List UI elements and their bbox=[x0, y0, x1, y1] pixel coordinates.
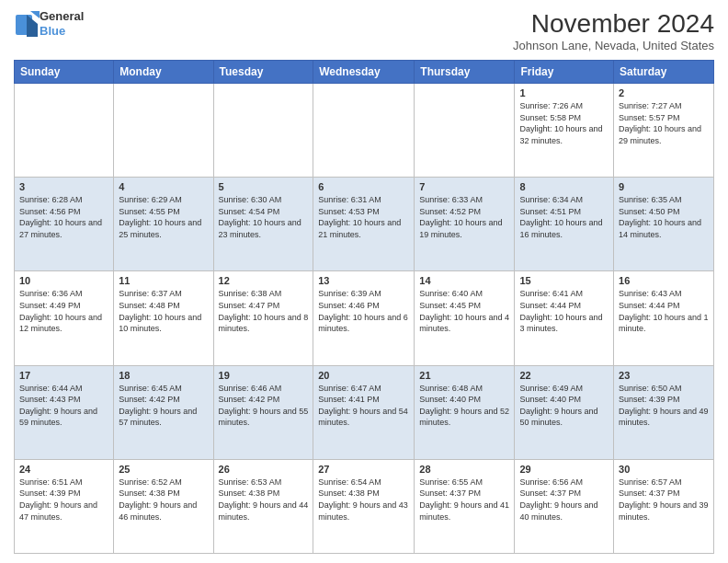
calendar-cell: 18Sunrise: 6:45 AM Sunset: 4:42 PM Dayli… bbox=[114, 365, 213, 459]
calendar-cell bbox=[313, 84, 415, 178]
calendar-cell: 15Sunrise: 6:41 AM Sunset: 4:44 PM Dayli… bbox=[515, 271, 614, 365]
header: General Blue November 2024 Johnson Lane,… bbox=[14, 9, 714, 52]
calendar-cell bbox=[415, 84, 515, 178]
calendar-cell: 7Sunrise: 6:33 AM Sunset: 4:52 PM Daylig… bbox=[415, 178, 515, 271]
day-info: Sunrise: 6:53 AM Sunset: 4:38 PM Dayligh… bbox=[219, 477, 309, 523]
day-number: 2 bbox=[619, 87, 709, 98]
calendar-cell: 22Sunrise: 6:49 AM Sunset: 4:40 PM Dayli… bbox=[515, 365, 614, 459]
calendar-cell: 23Sunrise: 6:50 AM Sunset: 4:39 PM Dayli… bbox=[614, 365, 714, 459]
day-info: Sunrise: 6:49 AM Sunset: 4:40 PM Dayligh… bbox=[519, 383, 609, 429]
day-info: Sunrise: 6:29 AM Sunset: 4:55 PM Dayligh… bbox=[119, 194, 208, 240]
day-info: Sunrise: 6:48 AM Sunset: 4:40 PM Dayligh… bbox=[419, 383, 509, 429]
day-number: 12 bbox=[219, 275, 309, 286]
day-info: Sunrise: 6:38 AM Sunset: 4:47 PM Dayligh… bbox=[219, 288, 309, 334]
day-number: 9 bbox=[619, 181, 709, 192]
calendar-cell: 24Sunrise: 6:51 AM Sunset: 4:39 PM Dayli… bbox=[15, 459, 114, 553]
day-number: 28 bbox=[419, 464, 509, 475]
day-info: Sunrise: 6:56 AM Sunset: 4:37 PM Dayligh… bbox=[519, 477, 609, 523]
calendar-cell: 3Sunrise: 6:28 AM Sunset: 4:56 PM Daylig… bbox=[15, 178, 114, 271]
calendar-cell: 25Sunrise: 6:52 AM Sunset: 4:38 PM Dayli… bbox=[114, 459, 213, 553]
calendar-cell: 8Sunrise: 6:34 AM Sunset: 4:51 PM Daylig… bbox=[515, 178, 614, 271]
day-number: 30 bbox=[619, 464, 709, 475]
calendar-cell: 9Sunrise: 6:35 AM Sunset: 4:50 PM Daylig… bbox=[614, 178, 714, 271]
day-number: 25 bbox=[119, 464, 208, 475]
calendar-table: Sunday Monday Tuesday Wednesday Thursday… bbox=[14, 60, 714, 554]
day-number: 10 bbox=[19, 275, 108, 286]
calendar-cell: 11Sunrise: 6:37 AM Sunset: 4:48 PM Dayli… bbox=[114, 271, 213, 365]
day-info: Sunrise: 6:36 AM Sunset: 4:49 PM Dayligh… bbox=[19, 288, 108, 334]
page: General Blue November 2024 Johnson Lane,… bbox=[0, 0, 728, 563]
col-friday: Friday bbox=[515, 61, 614, 84]
day-info: Sunrise: 6:30 AM Sunset: 4:54 PM Dayligh… bbox=[219, 194, 309, 240]
day-number: 26 bbox=[219, 464, 309, 475]
day-number: 20 bbox=[318, 370, 409, 381]
calendar-cell: 12Sunrise: 6:38 AM Sunset: 4:47 PM Dayli… bbox=[213, 271, 313, 365]
day-info: Sunrise: 6:43 AM Sunset: 4:44 PM Dayligh… bbox=[619, 288, 709, 334]
calendar-week-1: 1Sunrise: 7:26 AM Sunset: 5:58 PM Daylig… bbox=[15, 84, 714, 178]
day-number: 29 bbox=[519, 464, 609, 475]
calendar-week-4: 17Sunrise: 6:44 AM Sunset: 4:43 PM Dayli… bbox=[15, 365, 714, 459]
logo-text: General Blue bbox=[40, 9, 84, 38]
title-area: November 2024 Johnson Lane, Nevada, Unit… bbox=[513, 9, 714, 52]
day-info: Sunrise: 6:51 AM Sunset: 4:39 PM Dayligh… bbox=[19, 477, 108, 523]
logo: General Blue bbox=[14, 9, 84, 38]
calendar-cell: 28Sunrise: 6:55 AM Sunset: 4:37 PM Dayli… bbox=[415, 459, 515, 553]
day-info: Sunrise: 6:35 AM Sunset: 4:50 PM Dayligh… bbox=[619, 194, 709, 240]
day-number: 15 bbox=[519, 275, 609, 286]
calendar-cell bbox=[15, 84, 114, 178]
day-number: 27 bbox=[318, 464, 409, 475]
calendar-week-3: 10Sunrise: 6:36 AM Sunset: 4:49 PM Dayli… bbox=[15, 271, 714, 365]
day-info: Sunrise: 6:34 AM Sunset: 4:51 PM Dayligh… bbox=[519, 194, 609, 240]
day-info: Sunrise: 6:39 AM Sunset: 4:46 PM Dayligh… bbox=[318, 288, 409, 334]
day-info: Sunrise: 6:55 AM Sunset: 4:37 PM Dayligh… bbox=[419, 477, 509, 523]
day-number: 11 bbox=[119, 275, 208, 286]
calendar-cell: 19Sunrise: 6:46 AM Sunset: 4:42 PM Dayli… bbox=[213, 365, 313, 459]
calendar-cell: 13Sunrise: 6:39 AM Sunset: 4:46 PM Dayli… bbox=[313, 271, 415, 365]
day-info: Sunrise: 6:50 AM Sunset: 4:39 PM Dayligh… bbox=[619, 383, 709, 429]
calendar-cell: 14Sunrise: 6:40 AM Sunset: 4:45 PM Dayli… bbox=[415, 271, 515, 365]
calendar-cell: 26Sunrise: 6:53 AM Sunset: 4:38 PM Dayli… bbox=[213, 459, 313, 553]
calendar-cell: 10Sunrise: 6:36 AM Sunset: 4:49 PM Dayli… bbox=[15, 271, 114, 365]
day-number: 24 bbox=[19, 464, 108, 475]
day-info: Sunrise: 6:40 AM Sunset: 4:45 PM Dayligh… bbox=[419, 288, 509, 334]
calendar-cell bbox=[213, 84, 313, 178]
calendar-cell: 30Sunrise: 6:57 AM Sunset: 4:37 PM Dayli… bbox=[614, 459, 714, 553]
calendar-cell: 5Sunrise: 6:30 AM Sunset: 4:54 PM Daylig… bbox=[213, 178, 313, 271]
calendar-cell: 21Sunrise: 6:48 AM Sunset: 4:40 PM Dayli… bbox=[415, 365, 515, 459]
calendar: Sunday Monday Tuesday Wednesday Thursday… bbox=[14, 60, 714, 554]
day-number: 7 bbox=[419, 181, 509, 192]
day-info: Sunrise: 6:45 AM Sunset: 4:42 PM Dayligh… bbox=[119, 383, 208, 429]
day-info: Sunrise: 7:26 AM Sunset: 5:58 PM Dayligh… bbox=[519, 100, 609, 146]
day-info: Sunrise: 7:27 AM Sunset: 5:57 PM Dayligh… bbox=[619, 100, 709, 146]
col-monday: Monday bbox=[114, 61, 213, 84]
day-number: 21 bbox=[419, 370, 509, 381]
day-info: Sunrise: 6:52 AM Sunset: 4:38 PM Dayligh… bbox=[119, 477, 208, 523]
col-sunday: Sunday bbox=[15, 61, 114, 84]
day-number: 5 bbox=[219, 181, 309, 192]
day-number: 22 bbox=[519, 370, 609, 381]
day-info: Sunrise: 6:28 AM Sunset: 4:56 PM Dayligh… bbox=[19, 194, 108, 240]
month-title: November 2024 bbox=[513, 9, 714, 39]
calendar-week-2: 3Sunrise: 6:28 AM Sunset: 4:56 PM Daylig… bbox=[15, 178, 714, 271]
calendar-cell: 1Sunrise: 7:26 AM Sunset: 5:58 PM Daylig… bbox=[515, 84, 614, 178]
day-info: Sunrise: 6:41 AM Sunset: 4:44 PM Dayligh… bbox=[519, 288, 609, 334]
col-thursday: Thursday bbox=[415, 61, 515, 84]
day-info: Sunrise: 6:44 AM Sunset: 4:43 PM Dayligh… bbox=[19, 383, 108, 429]
day-number: 14 bbox=[419, 275, 509, 286]
col-saturday: Saturday bbox=[614, 61, 714, 84]
calendar-cell: 2Sunrise: 7:27 AM Sunset: 5:57 PM Daylig… bbox=[614, 84, 714, 178]
day-info: Sunrise: 6:33 AM Sunset: 4:52 PM Dayligh… bbox=[419, 194, 509, 240]
calendar-cell: 4Sunrise: 6:29 AM Sunset: 4:55 PM Daylig… bbox=[114, 178, 213, 271]
day-number: 6 bbox=[318, 181, 409, 192]
day-info: Sunrise: 6:57 AM Sunset: 4:37 PM Dayligh… bbox=[619, 477, 709, 523]
day-number: 23 bbox=[619, 370, 709, 381]
day-number: 1 bbox=[519, 87, 609, 98]
day-info: Sunrise: 6:47 AM Sunset: 4:41 PM Dayligh… bbox=[318, 383, 409, 429]
calendar-week-5: 24Sunrise: 6:51 AM Sunset: 4:39 PM Dayli… bbox=[15, 459, 714, 553]
logo-blue: Blue bbox=[40, 24, 84, 39]
header-row: Sunday Monday Tuesday Wednesday Thursday… bbox=[15, 61, 714, 84]
calendar-cell: 20Sunrise: 6:47 AM Sunset: 4:41 PM Dayli… bbox=[313, 365, 415, 459]
day-info: Sunrise: 6:46 AM Sunset: 4:42 PM Dayligh… bbox=[219, 383, 309, 429]
day-number: 17 bbox=[19, 370, 108, 381]
day-info: Sunrise: 6:31 AM Sunset: 4:53 PM Dayligh… bbox=[318, 194, 409, 240]
